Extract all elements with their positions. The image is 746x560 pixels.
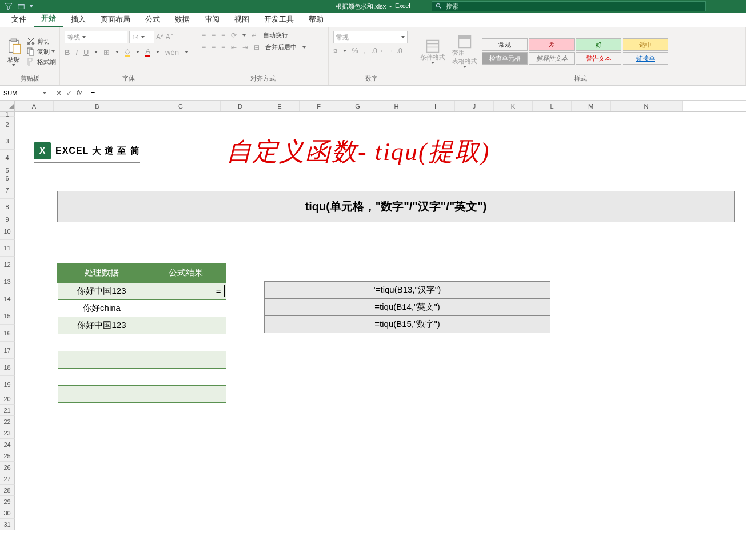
row-header-13[interactable]: 13 — [0, 273, 15, 290]
formula-input[interactable]: = — [87, 89, 746, 97]
tab-view[interactable]: 视图 — [228, 12, 256, 27]
italic-button[interactable]: I — [75, 48, 78, 57]
tab-data[interactable]: 数据 — [168, 12, 197, 27]
cell-c18[interactable] — [146, 368, 226, 385]
align-right-icon[interactable]: ≡ — [221, 43, 225, 51]
row-header-26[interactable]: 26 — [0, 462, 15, 473]
row-header-20[interactable]: 20 — [0, 393, 15, 405]
increase-decimal-icon[interactable]: .0→ — [372, 47, 384, 55]
tab-file[interactable]: 文件 — [5, 12, 33, 27]
col-header-E[interactable]: E — [260, 101, 300, 111]
decrease-font-icon[interactable]: A˅ — [166, 33, 174, 41]
enter-formula-icon[interactable]: ✓ — [66, 89, 72, 97]
col-header-H[interactable]: H — [377, 101, 416, 111]
table-format-button[interactable]: 套用 表格格式 — [450, 30, 480, 73]
row-header-28[interactable]: 28 — [0, 485, 15, 496]
row-header-16[interactable]: 16 — [0, 325, 15, 342]
row-header-6[interactable]: 6 — [0, 174, 15, 182]
row-header-22[interactable]: 22 — [0, 416, 15, 427]
increase-font-icon[interactable]: A^ — [156, 33, 164, 41]
conditional-format-button[interactable]: 条件格式 — [418, 30, 448, 73]
currency-icon[interactable]: ¤ — [333, 47, 337, 55]
font-color-button[interactable]: A — [145, 47, 150, 57]
row-header-12[interactable]: 12 — [0, 257, 15, 273]
row-header-30[interactable]: 30 — [0, 507, 15, 519]
tab-formula[interactable]: 公式 — [138, 12, 167, 27]
cell-c14[interactable] — [146, 299, 226, 317]
style-neutral[interactable]: 适中 — [623, 38, 668, 51]
cell-b18[interactable] — [58, 368, 146, 385]
align-left-icon[interactable]: ≡ — [202, 43, 206, 51]
paste-button[interactable]: 粘贴 — [3, 30, 24, 73]
col-header-I[interactable]: I — [416, 101, 455, 111]
tab-layout[interactable]: 页面布局 — [94, 12, 137, 27]
align-top-icon[interactable]: ≡ — [202, 31, 206, 39]
bold-button[interactable]: B — [65, 48, 70, 57]
row-header-4[interactable]: 4 — [0, 150, 15, 166]
qat-overflow[interactable]: ▾ — [30, 2, 33, 10]
cell-b17[interactable] — [58, 351, 146, 368]
increase-indent-icon[interactable]: ⇥ — [242, 43, 248, 51]
font-name-select[interactable]: 等线 — [65, 31, 127, 43]
row-header-10[interactable]: 10 — [0, 223, 15, 240]
decrease-decimal-icon[interactable]: ←.0 — [390, 47, 402, 55]
row-header-8[interactable]: 8 — [0, 199, 15, 215]
row-header-21[interactable]: 21 — [0, 405, 15, 416]
cell-b15[interactable]: 你好中国123 — [58, 317, 146, 334]
percent-icon[interactable]: % — [352, 47, 358, 55]
comma-icon[interactable]: , — [364, 47, 365, 55]
row-header-11[interactable]: 11 — [0, 240, 15, 257]
col-header-F[interactable]: F — [300, 101, 338, 111]
row-header-27[interactable]: 27 — [0, 473, 15, 485]
row-header-29[interactable]: 29 — [0, 496, 15, 507]
col-header-L[interactable]: L — [533, 101, 572, 111]
align-middle-icon[interactable]: ≡ — [212, 31, 216, 39]
col-header-M[interactable]: M — [572, 101, 611, 111]
style-normal[interactable]: 常规 — [482, 38, 528, 51]
row-header-17[interactable]: 17 — [0, 342, 15, 359]
formula-row-3[interactable]: =tiqu(B15,"数字") — [265, 316, 550, 333]
phonetic-button[interactable]: wén — [165, 48, 179, 57]
cell-c15[interactable] — [146, 317, 226, 334]
align-bottom-icon[interactable]: ≡ — [221, 31, 225, 39]
col-header-G[interactable]: G — [338, 101, 377, 111]
row-header-7[interactable]: 7 — [0, 182, 15, 199]
style-explain[interactable]: 解释性文本 — [529, 52, 575, 65]
select-all-corner[interactable] — [0, 101, 15, 111]
col-header-K[interactable]: K — [494, 101, 533, 111]
col-header-C[interactable]: C — [141, 101, 221, 111]
tab-home[interactable]: 开始 — [34, 11, 63, 27]
col-header-J[interactable]: J — [455, 101, 494, 111]
col-header-N[interactable]: N — [611, 101, 683, 111]
row-header-25[interactable]: 25 — [0, 450, 15, 462]
fill-color-button[interactable]: ◇ — [125, 47, 130, 57]
row-header-14[interactable]: 14 — [0, 290, 15, 307]
copy-button[interactable]: 复制 — [26, 47, 56, 56]
filter-icon[interactable] — [5, 2, 13, 10]
tab-help[interactable]: 帮助 — [302, 12, 330, 27]
decrease-indent-icon[interactable]: ⇤ — [231, 43, 237, 51]
cell-b19[interactable] — [58, 385, 146, 402]
row-header-15[interactable]: 15 — [0, 307, 15, 325]
row-header-18[interactable]: 18 — [0, 359, 15, 376]
name-box[interactable]: SUM — [0, 86, 50, 100]
border-button[interactable]: ⊞ — [103, 48, 110, 57]
row-header-19[interactable]: 19 — [0, 376, 15, 393]
cell-b14[interactable]: 你好china — [58, 299, 146, 317]
row-header-31[interactable]: 31 — [0, 519, 15, 530]
tab-dev[interactable]: 开发工具 — [257, 12, 301, 27]
wrap-text-button[interactable]: ↵ — [252, 31, 257, 39]
row-header-2[interactable]: 2 — [0, 117, 15, 133]
cancel-formula-icon[interactable]: ✕ — [56, 89, 62, 97]
row-header-23[interactable]: 23 — [0, 427, 15, 439]
box-icon[interactable] — [17, 2, 25, 10]
cell-b13[interactable]: 你好中国123 — [58, 282, 146, 299]
row-header-9[interactable]: 9 — [0, 215, 15, 223]
merge-cells-button[interactable]: ⊟ — [254, 43, 260, 51]
cell-b16[interactable] — [58, 334, 146, 351]
tab-review[interactable]: 审阅 — [198, 12, 226, 27]
formula-row-1[interactable]: '=tiqu(B13,"汉字") — [265, 282, 550, 299]
cell-c16[interactable] — [146, 334, 226, 351]
col-header-B[interactable]: B — [54, 101, 141, 111]
row-header-3[interactable]: 3 — [0, 133, 15, 150]
